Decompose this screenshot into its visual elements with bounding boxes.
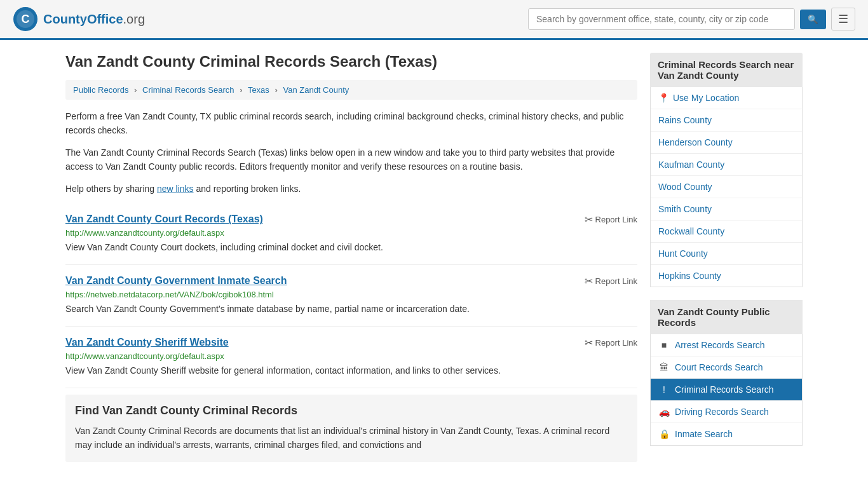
nearby-county-6[interactable]: Hunt County [651,243,802,265]
pr-item-court[interactable]: 🏛 Court Records Search [651,356,802,379]
nearby-county-1[interactable]: Henderson County [651,132,802,154]
court-icon: 🏛 [658,362,670,372]
nearby-list: 📍 Use My Location Rains County Henderson… [650,87,803,287]
result-title-2[interactable]: Van Zandt County Government Inmate Searc… [65,275,287,287]
breadcrumb-van-zandt[interactable]: Van Zandt County [283,85,349,95]
search-input[interactable] [528,8,795,30]
site-header: C CountyOffice.org 🔍 ☰ [0,0,868,40]
hamburger-icon: ☰ [838,13,848,25]
nearby-county-5[interactable]: Rockwall County [651,220,802,243]
report-link-2[interactable]: ✂ Report Link [585,275,637,287]
search-icon: 🔍 [808,15,818,24]
menu-button[interactable]: ☰ [831,8,855,30]
result-title-1[interactable]: Van Zandt County Court Records (Texas) [65,214,263,225]
search-area: 🔍 ☰ [528,8,855,30]
logo-icon: C [13,6,38,32]
location-pin-icon: 📍 [658,93,669,103]
find-section-title: Find Van Zandt County Criminal Records [75,404,628,417]
svg-text:C: C [22,13,30,25]
use-location-item[interactable]: 📍 Use My Location [651,87,802,109]
breadcrumb-criminal-records-search[interactable]: Criminal Records Search [142,85,234,95]
result-item-2: Van Zandt County Government Inmate Searc… [65,265,637,327]
find-section-text: Van Zandt County Criminal Records are do… [75,424,628,452]
scissors-icon-2: ✂ [585,275,593,287]
description-2: The Van Zandt County Criminal Records Se… [65,146,637,174]
nearby-county-0[interactable]: Rains County [651,109,802,132]
report-link-3[interactable]: ✂ Report Link [585,337,637,349]
result-title-3[interactable]: Van Zandt County Sheriff Website [65,337,229,348]
criminal-icon: ! [658,384,670,395]
nearby-county-3[interactable]: Wood County [651,176,802,198]
breadcrumb-texas[interactable]: Texas [248,85,269,95]
nearby-county-7[interactable]: Hopkins County [651,265,802,287]
page-title: Van Zandt County Criminal Records Search… [65,53,637,71]
pr-item-arrest[interactable]: ■ Arrest Records Search [651,334,802,356]
result-url-2: https://netweb.netdatacorp.net/VANZ/bok/… [65,290,637,299]
scissors-icon-1: ✂ [585,214,593,226]
breadcrumb-public-records[interactable]: Public Records [73,85,128,95]
inmate-icon: 🔒 [658,429,670,439]
search-button[interactable]: 🔍 [800,10,826,29]
find-section: Find Van Zandt County Criminal Records V… [65,395,637,462]
result-item-3: Van Zandt County Sheriff Website ✂ Repor… [65,327,637,388]
pr-item-driving[interactable]: 🚗 Driving Records Search [651,401,802,423]
pr-item-criminal[interactable]: ! Criminal Records Search [651,379,802,401]
scissors-icon-3: ✂ [585,337,593,349]
pr-item-inmate[interactable]: 🔒 Inmate Search [651,423,802,445]
public-records-section: Van Zandt County Public Records ■ Arrest… [650,300,803,446]
result-desc-2: Search Van Zandt County Government's inm… [65,302,637,316]
description-3: Help others by sharing new links and rep… [65,182,637,196]
driving-icon: 🚗 [658,407,670,417]
result-desc-3: View Van Zandt County Sheriff website fo… [65,364,637,377]
public-records-header: Van Zandt County Public Records [650,300,803,334]
nearby-county-2[interactable]: Kaufman County [651,154,802,176]
logo-text: CountyOffice.org [43,12,145,27]
result-url-1: http://www.vanzandtcounty.org/default.as… [65,228,637,238]
report-link-1[interactable]: ✂ Report Link [585,214,637,226]
use-location-link[interactable]: Use My Location [673,93,739,103]
public-records-list: ■ Arrest Records Search 🏛 Court Records … [650,334,803,446]
content-area: Van Zandt County Criminal Records Search… [65,53,637,462]
result-url-3: http://www.vanzandtcounty.org/default.as… [65,351,637,361]
breadcrumb: Public Records › Criminal Records Search… [65,80,637,100]
nearby-header: Criminal Records Search near Van Zandt C… [650,53,803,87]
main-container: Van Zandt County Criminal Records Search… [53,40,815,475]
result-item-1: Van Zandt County Court Records (Texas) ✂… [65,203,637,265]
new-links-link[interactable]: new links [157,184,194,194]
logo-area: C CountyOffice.org [13,6,145,32]
sidebar: Criminal Records Search near Van Zandt C… [650,53,803,462]
description-1: Perform a free Van Zandt County, TX publ… [65,109,637,138]
nearby-county-4[interactable]: Smith County [651,198,802,220]
nearby-section: Criminal Records Search near Van Zandt C… [650,53,803,287]
arrest-icon: ■ [658,340,670,350]
result-desc-1: View Van Zandt County Court dockets, inc… [65,241,637,254]
